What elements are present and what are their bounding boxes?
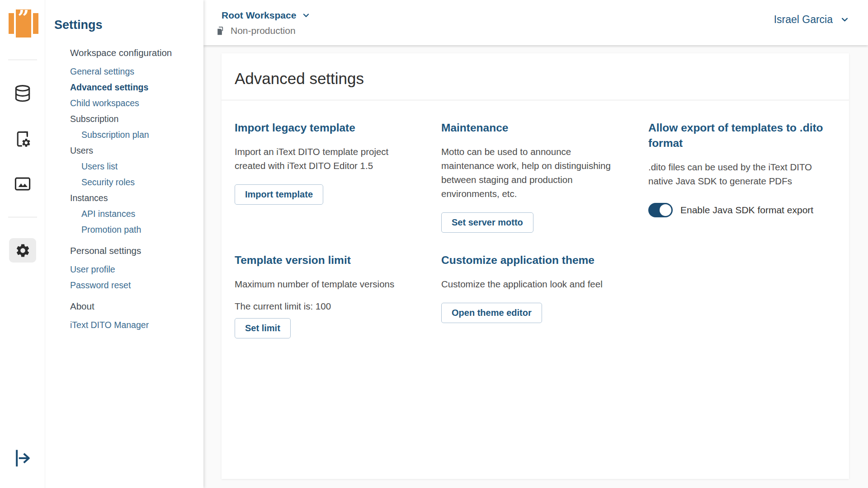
environment-label: Non-production	[231, 25, 296, 36]
section-description: Customize the application look and feel	[441, 277, 623, 291]
sidebar-item-advanced-settings[interactable]: Advanced settings	[45, 80, 203, 95]
icon-rail: ”	[0, 0, 45, 488]
sidebar-item-user-profile[interactable]: User profile	[45, 262, 203, 277]
advanced-settings-card: Advanced settings Import legacy template…	[222, 53, 849, 479]
sidebar-item-api-instances[interactable]: API instances	[45, 206, 203, 222]
settings-sidebar: Settings Workspace configuration General…	[45, 0, 203, 488]
section-customize-theme: Customize application theme Customize th…	[441, 253, 648, 338]
section-dito-export: Allow export of templates to .dito forma…	[648, 120, 836, 233]
settings-sections: Import legacy template Import an iText D…	[222, 100, 849, 358]
section-title: Template version limit	[235, 253, 427, 268]
current-limit-text: The current limit is: 100	[235, 299, 416, 313]
rail-divider	[8, 217, 37, 217]
sidebar-item-instances: Instances	[45, 190, 203, 206]
workspace-selector-label: Root Workspace	[222, 10, 296, 21]
topbar: Root Workspace Non-production Israel Gar…	[203, 0, 868, 45]
sidebar-item-general-settings[interactable]: General settings	[45, 64, 203, 80]
pages-icon	[215, 26, 226, 36]
sidebar-item-child-workspaces[interactable]: Child workspaces	[45, 95, 203, 111]
open-theme-editor-button[interactable]: Open theme editor	[441, 303, 542, 323]
sidebar-item-security-roles[interactable]: Security roles	[45, 174, 203, 190]
section-template-version-limit: Template version limit Maximum number of…	[235, 253, 441, 338]
section-description: Import an iText DITO template project cr…	[235, 145, 416, 173]
sidebar-item-users-list[interactable]: Users list	[45, 159, 203, 174]
workspace-selector[interactable]: Root Workspace	[222, 10, 310, 21]
user-menu[interactable]: Israel Garcia	[774, 14, 849, 26]
section-import-legacy-template: Import legacy template Import an iText D…	[235, 120, 441, 233]
sidebar-item-workspace-configuration: Workspace configuration	[45, 45, 203, 61]
database-icon[interactable]	[12, 83, 33, 104]
itext-dito-logo-icon: ”	[9, 9, 38, 38]
section-title: Maintenance	[441, 120, 633, 136]
section-title: Allow export of templates to .dito forma…	[648, 120, 836, 151]
section-description: Maximum number of template versions	[235, 277, 416, 291]
set-server-motto-button[interactable]: Set server motto	[441, 212, 533, 233]
set-limit-button[interactable]: Set limit	[235, 318, 291, 338]
section-title: Import legacy template	[235, 120, 427, 136]
sidebar-item-subscription-plan[interactable]: Subscription plan	[45, 127, 203, 143]
java-sdk-export-toggle-row: Enable Java SDK format export	[648, 203, 836, 217]
sidebar-item-about: About	[45, 298, 203, 314]
sidebar-item-itext-dito-manager[interactable]: iText DITO Manager	[45, 317, 203, 333]
settings-gear-icon[interactable]	[9, 238, 36, 263]
user-menu-label: Israel Garcia	[774, 14, 833, 26]
sidebar-item-users: Users	[45, 143, 203, 159]
chevron-down-icon	[840, 15, 849, 24]
section-description: .dito files can be used by the iText DIT…	[648, 160, 830, 188]
sidebar-item-personal-settings: Personal settings	[45, 243, 203, 258]
section-maintenance: Maintenance Motto can be used to announc…	[441, 120, 648, 233]
svg-text:”: ”	[18, 9, 29, 29]
template-settings-icon[interactable]	[12, 129, 33, 150]
toggle-label: Enable Java SDK format export	[680, 205, 813, 216]
toggle-knob	[660, 204, 671, 216]
logout-icon[interactable]	[12, 448, 33, 469]
import-template-button[interactable]: Import template	[235, 184, 323, 205]
section-title: Customize application theme	[441, 253, 633, 268]
card-header: Advanced settings	[222, 53, 849, 100]
sidebar-item-promotion-path[interactable]: Promotion path	[45, 222, 203, 238]
sidebar-title: Settings	[54, 18, 203, 32]
images-icon[interactable]	[12, 174, 33, 194]
settings-nav: Workspace configuration General settings…	[45, 45, 203, 333]
page-title: Advanced settings	[235, 70, 836, 88]
section-description: Motto can be used to announce maintenanc…	[441, 145, 623, 201]
chevron-down-icon	[302, 11, 310, 19]
sidebar-item-subscription: Subscription	[45, 111, 203, 127]
itext-dito-logo[interactable]: ”	[9, 9, 38, 38]
sidebar-item-password-reset[interactable]: Password reset	[45, 277, 203, 293]
environment-indicator: Non-production	[215, 25, 296, 36]
java-sdk-export-toggle[interactable]	[648, 203, 673, 217]
rail-divider	[8, 60, 37, 60]
